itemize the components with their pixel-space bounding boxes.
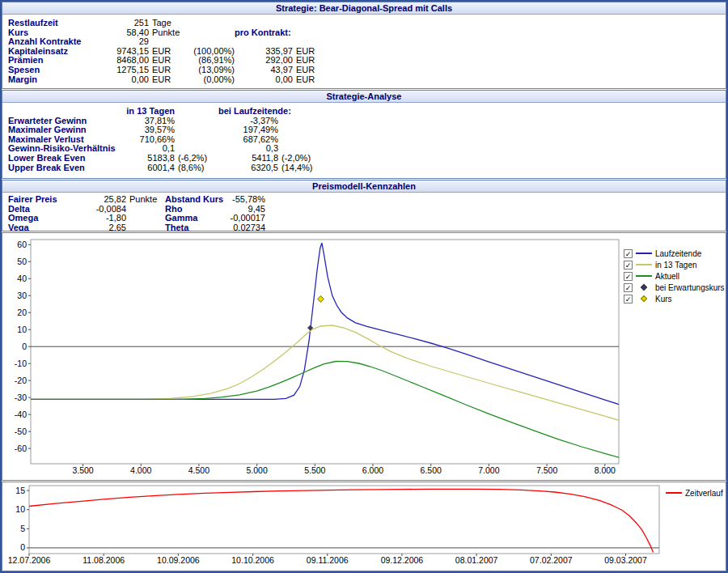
row-unit: EUR <box>149 66 184 75</box>
spacer <box>175 107 218 117</box>
x-tick-label: 6.500 <box>421 465 442 475</box>
row-label-left: Fairer Preis <box>8 195 91 205</box>
time-chart-legend: Zeitverlauf <box>666 487 723 499</box>
y-tick-label: 5 <box>20 524 25 533</box>
legend-checkbox[interactable]: ✓ <box>624 261 633 270</box>
x-tick-label: 09.11.2006 <box>307 555 349 565</box>
analyse-rows: in 13 Tagenbei Laufzeitende:Erwarteter G… <box>2 103 726 172</box>
row-col2-value: 5411,8 <box>218 154 278 163</box>
legend-checkbox[interactable]: ✓ <box>624 295 633 303</box>
diamond-icon <box>641 295 647 302</box>
panel-analyse: Strategie-Analyse in 13 Tagenbei Laufzei… <box>2 90 726 179</box>
row-percent <box>184 19 235 28</box>
row-value: 1275,15 <box>112 66 149 75</box>
pro-kontrakt-header: pro Kontrakt: <box>235 28 293 38</box>
y-tick-label: -60 <box>15 444 27 453</box>
row-label: Spesen <box>8 66 112 75</box>
x-tick-label: 4.500 <box>188 465 210 475</box>
x-tick-label: 3.500 <box>72 465 93 475</box>
legend-checkbox[interactable]: ✓ <box>624 272 633 281</box>
x-tick-label: 07.02.2007 <box>530 555 573 565</box>
row-col1-extra <box>175 117 218 126</box>
x-tick-label: 4.000 <box>130 465 151 475</box>
y-tick-label: 60 <box>17 240 27 249</box>
row-pro-kontrakt-unit <box>293 19 320 28</box>
row-col1-extra: (-6,2%) <box>175 154 218 163</box>
row-label: Lower Break Even <box>8 154 123 163</box>
row-label-right: Abstand Kurs <box>165 195 226 205</box>
legend-item: ✓Aktuell <box>624 270 725 282</box>
row-unit: Punkte <box>149 28 184 38</box>
legend-item: ✓in 13 Tagen <box>624 259 725 270</box>
legend-checkbox[interactable]: ✓ <box>624 249 633 258</box>
y-tick-label: 50 <box>17 257 27 266</box>
legend-item: ✓Laufzeitende <box>624 248 725 259</box>
plot-area <box>31 240 619 464</box>
panel-analyse-title: Strategie-Analyse <box>2 91 726 103</box>
legend-line-sample <box>666 489 682 497</box>
legend-label: Kurs <box>655 295 672 303</box>
x-tick-label: 11.08.2006 <box>83 555 125 565</box>
row-col2-extra: (14,4%) <box>278 163 324 173</box>
y-tick-label: -20 <box>15 376 27 385</box>
col-header-in-13-tagen: in 13 Tagen <box>123 107 175 117</box>
legend-line-sample <box>636 249 652 257</box>
y-tick-label: -30 <box>15 393 27 402</box>
x-tick-label: 12.07.2006 <box>8 555 51 565</box>
payoff-chart: 6050403020100-10-20-30-40-50-603.5004.00… <box>2 233 726 480</box>
y-tick-label: 0 <box>22 342 27 351</box>
strategie-row: Prämien8468,00EUR(86,91%)292,00EUR <box>2 56 726 66</box>
legend-diamond-icon <box>636 295 652 303</box>
row-pro-kontrakt-value <box>235 19 293 28</box>
line-sample <box>636 264 652 265</box>
time-chart: 15105012.07.200611.08.200610.09.200610.1… <box>2 482 726 571</box>
row-pro-kontrakt-unit: EUR <box>293 66 320 75</box>
y-tick-label: 0 <box>20 542 25 552</box>
kennzahlen-rows: Fairer Preis25,82PunkteAbstand Kurs-55,7… <box>2 193 726 231</box>
x-tick-label: 10.10.2006 <box>231 555 274 565</box>
legend-label: Zeitverlauf <box>685 489 723 498</box>
row-label-right: Theta <box>165 223 226 231</box>
strategie-rows: Restlaufzeit251TageKurs58,40Punktepro Ko… <box>2 15 726 84</box>
y-tick-label: -10 <box>15 359 27 368</box>
spacer <box>293 28 320 38</box>
row-unit-left <box>126 223 165 231</box>
x-tick-label: 7.500 <box>536 465 557 475</box>
row-col2-value: 6320,5 <box>218 163 278 173</box>
row-value-left: 25,82 <box>91 195 126 205</box>
row-col1-value: 5183,8 <box>123 154 175 163</box>
strategie-row: Kapitaleinsatz9743,15EUR(100,00%)335,97E… <box>2 47 726 57</box>
row-col1-extra <box>175 125 218 135</box>
x-tick-label: 09.12.2006 <box>381 555 424 565</box>
row-col1-extra <box>175 135 218 145</box>
strategie-row: Kurs58,40Punktepro Kontrakt: <box>2 28 726 38</box>
legend-line-sample <box>636 272 652 280</box>
x-tick-label: 8.000 <box>595 465 616 475</box>
analyse-row: Erwarteter Gewinn37,81%-3,37% <box>2 117 726 126</box>
plot-area <box>29 486 659 554</box>
row-col1-value: 6001,4 <box>123 163 175 173</box>
kennzahlen-row: Fairer Preis25,82PunkteAbstand Kurs-55,7… <box>2 195 726 205</box>
legend-label: Laufzeitende <box>655 249 701 258</box>
y-tick-label: 15 <box>15 486 25 495</box>
x-tick-label: 09.03.2007 <box>604 555 647 565</box>
strategie-row: Margin0,00EUR(0,00%)0,00EUR <box>2 75 726 85</box>
analyse-col-headers: in 13 Tagenbei Laufzeitende: <box>2 107 726 117</box>
panel-strategie-title: Strategie: Bear-Diagonal-Spread mit Call… <box>2 2 726 15</box>
row-unit: EUR <box>149 75 184 85</box>
y-tick-label: 40 <box>17 274 27 283</box>
row-label-left: Vega <box>8 223 91 231</box>
legend-checkbox[interactable]: ✓ <box>624 283 633 292</box>
row-percent: (13,09%) <box>184 66 235 75</box>
panel-kennzahlen: Preismodell-Kennzahlen Fairer Preis25,82… <box>2 180 726 231</box>
row-col1-extra: (8,6%) <box>175 163 218 173</box>
legend-label: in 13 Tagen <box>655 261 697 270</box>
diamond-icon <box>641 284 647 291</box>
line-sample <box>636 275 652 277</box>
y-tick-label: 10 <box>17 325 27 334</box>
y-tick-label: -50 <box>15 427 27 436</box>
row-unit-left: Punkte <box>126 195 165 205</box>
analyse-row: Gewinn-Risiko-Verhältnis0,10,3 <box>2 144 726 154</box>
analyse-row: Maximaler Gewinn39,57%197,49% <box>2 125 726 135</box>
row-label: Margin <box>8 75 112 85</box>
